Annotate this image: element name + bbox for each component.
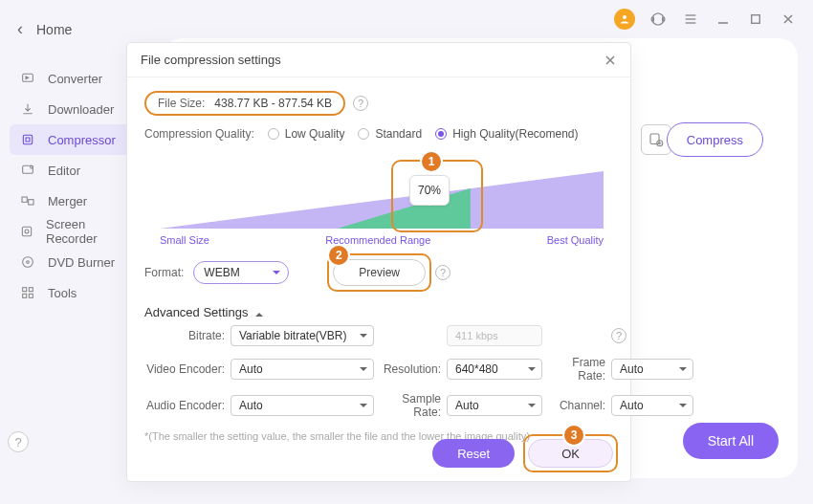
svg-rect-22 <box>29 288 33 292</box>
radio-high-quality[interactable]: High Quality(Recomend) <box>435 127 578 141</box>
sample-rate-select[interactable]: Auto <box>447 395 542 416</box>
preview-help-icon[interactable]: ? <box>435 265 450 280</box>
annotation-badge-1: 1 <box>422 152 441 171</box>
svg-point-14 <box>31 165 33 168</box>
bitrate-label: Bitrate: <box>144 329 231 342</box>
bitrate-value-input: 411 kbps <box>447 325 542 346</box>
compression-slider[interactable]: 70% Small Size Recommended Range Best Qu… <box>139 156 619 252</box>
sidebar-item-converter[interactable]: Converter <box>10 63 139 94</box>
sidebar-item-dvd-burner[interactable]: DVD Burner <box>10 247 139 277</box>
sidebar-item-label: Converter <box>48 72 102 86</box>
compressor-icon <box>19 131 36 148</box>
modal-close-icon[interactable] <box>604 54 617 67</box>
breadcrumb[interactable]: ‹ Home <box>17 19 72 39</box>
sidebar-item-label: DVD Burner <box>48 255 115 270</box>
screen-recorder-icon <box>19 223 34 240</box>
reset-button-label: Reset <box>457 447 490 461</box>
svg-rect-17 <box>22 227 31 235</box>
svg-rect-23 <box>23 294 27 297</box>
svg-rect-15 <box>22 197 27 202</box>
slider-label-mid: Recommended Range <box>325 234 430 246</box>
audio-encoder-label: Audio Encoder: <box>144 399 231 412</box>
dvd-burner-icon <box>19 253 36 271</box>
channel-select[interactable]: Auto <box>611 395 693 416</box>
sidebar-item-label: Merger <box>48 194 87 208</box>
video-encoder-label: Video Encoder: <box>144 362 231 376</box>
radio-standard-quality[interactable]: Standard <box>358 127 422 141</box>
sidebar-item-label: Downloader <box>48 102 114 117</box>
slider-label-right: Best Quality <box>547 234 604 246</box>
downloader-icon <box>19 100 36 118</box>
compress-button[interactable]: Compress <box>667 122 763 157</box>
svg-rect-25 <box>650 134 659 144</box>
help-icon[interactable]: ? <box>8 431 29 452</box>
minimize-icon[interactable] <box>714 10 733 29</box>
home-label: Home <box>36 22 72 37</box>
file-size-help-icon[interactable]: ? <box>353 96 368 111</box>
radio-low-quality[interactable]: Low Quality <box>268 127 345 141</box>
annotation-callout-1 <box>391 160 483 232</box>
format-label: Format: <box>144 266 184 279</box>
sidebar-item-compressor[interactable]: Compressor <box>10 124 139 155</box>
reset-button[interactable]: Reset <box>432 439 515 468</box>
format-select[interactable]: WEBM <box>193 261 289 284</box>
modal-header: File compression settings <box>127 43 630 77</box>
format-value: WEBM <box>204 266 239 279</box>
sidebar-item-downloader[interactable]: Downloader <box>10 94 139 124</box>
menu-icon[interactable] <box>681 10 700 29</box>
svg-rect-12 <box>23 135 32 143</box>
sidebar-item-screen-recorder[interactable]: Screen Recorder <box>10 216 139 247</box>
sidebar-item-label: Tools <box>48 286 77 300</box>
maximize-icon[interactable] <box>746 10 765 29</box>
channel-label: Channel: <box>542 399 611 412</box>
slider-labels: Small Size Recommended Range Best Qualit… <box>160 234 604 246</box>
svg-point-20 <box>27 261 30 264</box>
modal-title: File compression settings <box>141 53 281 67</box>
sample-rate-label: Sample Rate: <box>374 392 447 419</box>
close-icon[interactable] <box>779 10 798 29</box>
sidebar-item-merger[interactable]: Merger <box>10 186 139 216</box>
file-size-value: 438.77 KB - 877.54 KB <box>214 97 332 110</box>
advanced-settings-grid: Bitrate: Variable bitrate(VBR) 411 kbps … <box>127 319 630 425</box>
sidebar-item-label: Compressor <box>48 133 116 147</box>
resolution-select[interactable]: 640*480 <box>447 359 542 380</box>
editor-icon <box>19 162 36 179</box>
caret-up-icon <box>255 309 263 317</box>
svg-point-18 <box>25 230 29 233</box>
avatar[interactable] <box>614 9 635 30</box>
slider-label-left: Small Size <box>160 234 209 246</box>
frame-rate-label: Frame Rate: <box>542 356 611 383</box>
svg-point-19 <box>23 257 33 268</box>
tools-icon <box>19 284 36 301</box>
frame-rate-select[interactable]: Auto <box>611 359 693 380</box>
svg-rect-16 <box>29 200 33 205</box>
svg-point-0 <box>623 15 626 19</box>
svg-rect-13 <box>23 165 33 173</box>
start-all-button[interactable]: Start All <box>683 423 779 459</box>
video-encoder-select[interactable]: Auto <box>231 359 374 380</box>
titlebar <box>0 0 813 38</box>
file-compression-settings-modal: File compression settings File Size: 438… <box>126 42 631 482</box>
bitrate-help-icon[interactable]: ? <box>611 328 626 343</box>
converter-icon <box>19 70 36 87</box>
advanced-settings-label: Advanced Settings <box>144 305 248 319</box>
sidebar-item-label: Editor <box>48 164 80 178</box>
svg-rect-8 <box>752 15 760 24</box>
sidebar-item-label: Screen Recorder <box>46 217 129 246</box>
audio-encoder-select[interactable]: Auto <box>231 395 374 416</box>
sidebar-item-editor[interactable]: Editor <box>10 155 139 186</box>
file-size-label: File Size: <box>158 97 205 110</box>
start-all-button-label: Start All <box>708 433 754 449</box>
bitrate-select[interactable]: Variable bitrate(VBR) <box>231 325 374 346</box>
resolution-label: Resolution: <box>374 362 447 376</box>
file-size-pill: File Size: 438.77 KB - 877.54 KB <box>144 91 345 116</box>
quality-label: Compression Quality: <box>144 127 254 141</box>
merger-icon <box>19 192 36 209</box>
compress-button-label: Compress <box>687 133 743 147</box>
svg-rect-21 <box>23 288 27 292</box>
advanced-settings-toggle[interactable]: Advanced Settings <box>127 296 630 319</box>
svg-rect-24 <box>29 294 33 297</box>
support-icon[interactable] <box>648 10 668 29</box>
back-icon[interactable]: ‹ <box>17 19 23 39</box>
sidebar-item-tools[interactable]: Tools <box>10 277 139 308</box>
